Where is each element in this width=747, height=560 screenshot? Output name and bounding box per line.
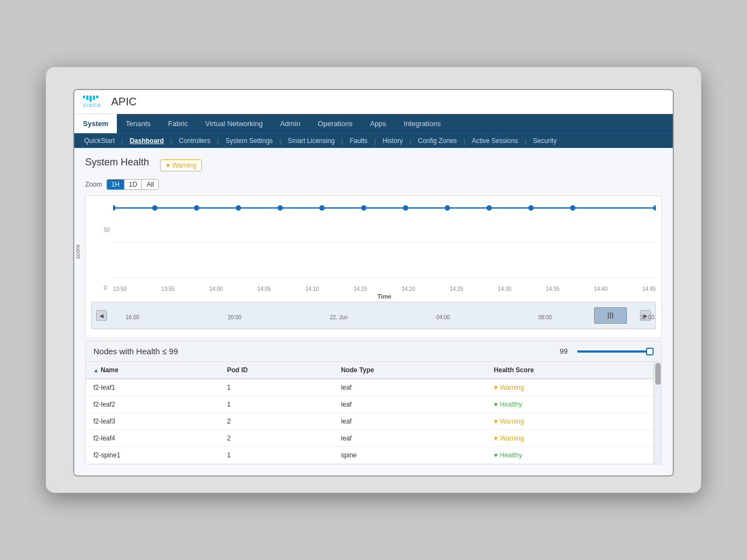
nav-item-fabric[interactable]: Fabric: [159, 114, 197, 133]
cisco-logo: CISCO: [83, 96, 102, 108]
x-tick-1415: 14:15: [353, 286, 367, 292]
sub-nav-config-zones[interactable]: Config Zones: [412, 134, 462, 148]
cisco-bar-2: [86, 96, 88, 100]
chart-x-title: Time: [113, 293, 656, 300]
x-tick-1420: 14:20: [401, 286, 415, 292]
cell-health-4: ♥ Warning: [486, 430, 661, 447]
health-slider: 99: [560, 347, 654, 355]
timeline-handle[interactable]: [594, 307, 627, 324]
cell-pod-4: 2: [220, 430, 334, 447]
nav-item-apps[interactable]: Apps: [361, 114, 395, 133]
warning-icon-1: ♥: [494, 384, 497, 391]
cell-type-2: leaf: [334, 396, 487, 413]
cell-pod-1: 1: [220, 379, 334, 396]
x-tick-1355: 13:55: [161, 286, 175, 292]
nav-item-operations[interactable]: Operations: [309, 114, 361, 133]
x-tick-1445: 14:45: [642, 286, 656, 292]
table-row: f2-leaf2 1 leaf ♥ Healthy: [86, 396, 661, 413]
x-tick-1405: 14:05: [257, 286, 271, 292]
slider-fill: [577, 350, 653, 353]
cell-name-2: f2-leaf2: [86, 396, 220, 413]
sub-nav-smart-licensing[interactable]: Smart Licensing: [282, 134, 340, 148]
sub-nav-controllers[interactable]: Controllers: [173, 134, 216, 148]
tl-label-0800: 08:00: [538, 314, 552, 320]
cell-name-3: f2-leaf3: [86, 413, 220, 430]
zoom-all-button[interactable]: All: [142, 180, 158, 189]
scrollbar[interactable]: [654, 362, 661, 464]
timeline-grip: [608, 312, 613, 319]
nav-item-virtual-networking[interactable]: Virtual Networking: [197, 114, 271, 133]
sub-nav-sep-2: |: [169, 137, 173, 145]
system-health-header: System Health ♥ Warning: [85, 157, 662, 174]
nav-item-tenants[interactable]: Tenants: [117, 114, 159, 133]
warning-label-1: Warning: [500, 384, 524, 391]
svg-point-6: [277, 205, 283, 211]
slider-track[interactable]: [577, 350, 654, 353]
chart-y-axis-area: score 50 0: [91, 201, 113, 302]
slider-thumb[interactable]: [646, 348, 654, 355]
x-tick-1350: 13:50: [113, 286, 127, 292]
x-tick-1430: 14:30: [498, 286, 512, 292]
warning-heart-icon: ♥: [166, 162, 170, 169]
zoom-1h-button[interactable]: 1H: [107, 180, 124, 189]
cell-pod-2: 1: [220, 396, 334, 413]
y-tick-0: 0: [104, 285, 110, 291]
sub-nav-security[interactable]: Security: [527, 134, 562, 148]
sub-nav-dashboard[interactable]: Dashboard: [124, 134, 169, 148]
laptop-frame: CISCO APIC System Tenants Fabric Virtual…: [46, 67, 701, 493]
content-area: System Health ♥ Warning Zoom 1H 1D All: [74, 148, 673, 475]
cisco-bar-4: [93, 96, 95, 100]
col-header-name[interactable]: ▲ Name: [86, 362, 220, 379]
zoom-label: Zoom: [85, 181, 102, 188]
chart-plot-area: 13:50 13:55 14:00 14:05 14:10 14:15 14:2…: [113, 201, 656, 302]
svg-point-9: [403, 205, 408, 211]
sort-icon: ▲: [93, 367, 99, 373]
cell-name-1: f2-leaf1: [86, 379, 220, 396]
chart-y-label: score: [74, 245, 81, 259]
warning-badge-label: Warning: [172, 162, 196, 169]
svg-point-12: [528, 205, 533, 211]
healthy-icon-2: ♥: [494, 401, 497, 408]
warning-icon-3: ♥: [494, 418, 497, 425]
grip-bar-2: [610, 312, 611, 319]
sub-nav-faults[interactable]: Faults: [344, 134, 373, 148]
warning-badge: ♥ Warning: [160, 159, 202, 171]
x-tick-1410: 14:10: [305, 286, 319, 292]
timeline-prev-button[interactable]: ◀: [96, 310, 107, 321]
col-header-health-score[interactable]: Health Score: [486, 362, 661, 379]
col-header-pod-id[interactable]: Pod ID: [220, 362, 334, 379]
nav-item-admin[interactable]: Admin: [271, 114, 309, 133]
cell-health-2: ♥ Healthy: [486, 396, 661, 413]
col-header-node-type[interactable]: Node Type: [334, 362, 487, 379]
zoom-btn-group: 1H 1D All: [106, 179, 159, 190]
nav-item-system[interactable]: System: [74, 114, 117, 133]
tl-label-2000: 20:00: [228, 314, 241, 320]
table-header-row: ▲ Name Pod ID Node Type Health Score: [86, 362, 661, 379]
cisco-bars: [83, 96, 102, 102]
zoom-1d-button[interactable]: 1D: [124, 180, 142, 189]
sub-nav-sep-8: |: [463, 137, 466, 145]
x-tick-1435: 14:35: [546, 286, 560, 292]
x-tick-1425: 14:25: [450, 286, 464, 292]
nodes-title: Nodes with Health ≤ 99: [93, 347, 178, 356]
sub-nav-sep-4: |: [278, 137, 282, 145]
health-badge-warning-4: ♥ Warning: [494, 434, 524, 442]
svg-point-3: [152, 205, 158, 211]
sub-nav-sep-6: |: [373, 137, 377, 145]
health-badge-healthy-5: ♥ Healthy: [494, 451, 522, 459]
chart-y-ticks: 50 0: [104, 201, 110, 291]
sub-nav-history[interactable]: History: [377, 134, 408, 148]
sub-nav-active-sessions[interactable]: Active Sessions: [466, 134, 524, 148]
mini-timeline: ◀ 16:00 20:00 22. Jun 04:00 08:00 12:00: [91, 302, 656, 329]
sub-nav-quickstart[interactable]: QuickStart: [79, 134, 120, 148]
system-health-title: System Health: [85, 157, 149, 168]
sub-nav-sep-1: |: [120, 137, 124, 145]
app-title: APIC: [111, 96, 137, 108]
cell-health-1: ♥ Warning: [486, 379, 661, 396]
cisco-bar-1: [83, 96, 85, 98]
nav-item-integrations[interactable]: Integrations: [395, 114, 449, 133]
sub-nav-system-settings[interactable]: System Settings: [220, 134, 278, 148]
chart-wrapper: score 50 0: [91, 201, 656, 302]
x-tick-1440: 14:40: [594, 286, 608, 292]
scrollbar-thumb[interactable]: [655, 363, 661, 385]
